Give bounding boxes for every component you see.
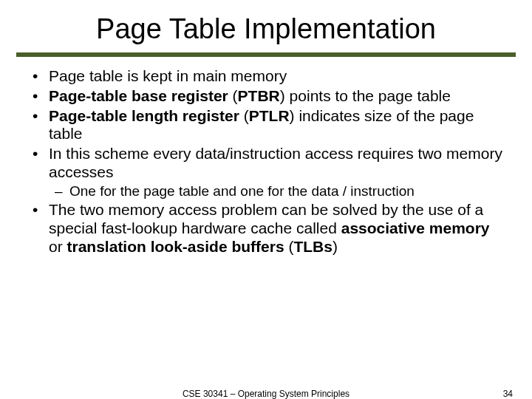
bold-text: TLBs (293, 238, 332, 255)
bullet-item: In this scheme every data/instruction ac… (30, 145, 502, 200)
slide: Page Table Implementation Page table is … (0, 0, 532, 399)
bullet-item: The two memory access problem can be sol… (30, 201, 502, 256)
sub-bullet-list: One for the page table and one for the d… (49, 183, 502, 200)
bold-text: translation look-aside buffers (67, 238, 284, 255)
page-number: 34 (503, 389, 513, 399)
bullet-text: or (49, 238, 67, 255)
bullet-text: ( (284, 238, 294, 255)
bullet-text: One for the page table and one for the d… (69, 183, 415, 199)
footer-text: CSE 30341 – Operating System Principles (0, 389, 532, 399)
bullet-text: ) (332, 238, 338, 255)
bullet-item: Page table is kept in main memory (30, 67, 502, 86)
slide-title: Page Table Implementation (0, 13, 532, 52)
slide-body: Page table is kept in main memory Page-t… (0, 67, 532, 256)
bold-text: Page-table length register (49, 107, 239, 124)
bullet-text: ( (239, 107, 249, 124)
bold-text: PTBR (238, 87, 280, 104)
bullet-text: ( (228, 87, 238, 104)
bullet-text: ) points to the page table (280, 87, 451, 104)
bullet-list: Page table is kept in main memory Page-t… (30, 67, 502, 256)
title-underline (16, 52, 516, 57)
bold-text: Page-table base register (49, 87, 228, 104)
sub-bullet-item: One for the page table and one for the d… (50, 183, 502, 200)
bold-text: associative memory (341, 219, 490, 236)
bold-text: PTLR (249, 107, 290, 124)
bullet-item: Page-table base register (PTBR) points t… (30, 87, 502, 106)
bullet-text: Page table is kept in main memory (49, 67, 287, 84)
bullet-item: Page-table length register (PTLR) indica… (30, 107, 502, 144)
bullet-text: In this scheme every data/instruction ac… (49, 145, 502, 180)
